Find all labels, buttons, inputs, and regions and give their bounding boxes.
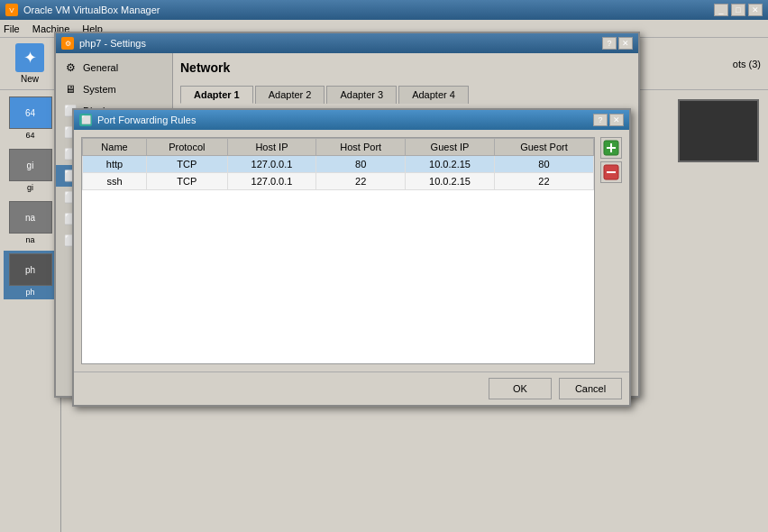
vm-thumbnail: na — [9, 201, 52, 234]
tab-adapter3[interactable]: Adapter 3 — [326, 86, 397, 104]
system-icon: 🖥 — [63, 82, 78, 96]
col-host-port: Host Port — [316, 139, 406, 156]
list-item[interactable]: 64 64 — [4, 94, 58, 142]
new-button[interactable]: ✦ New — [7, 41, 52, 87]
vm-thumbnail: 64 — [9, 96, 52, 129]
cell-protocol: TCP — [147, 173, 228, 190]
vm-item-label: na — [25, 235, 34, 244]
vbox-close-button[interactable]: ✕ — [748, 4, 763, 16]
pf-ok-button[interactable]: OK — [489, 378, 552, 399]
col-guest-port: Guest Port — [494, 139, 593, 156]
settings-help-button[interactable]: ? — [602, 37, 617, 50]
sidebar-label-system: System — [83, 84, 116, 95]
vbox-titlebar-left: V Oracle VM VirtualBox Manager — [5, 4, 160, 16]
general-icon: ⚙ — [63, 60, 78, 75]
vm-thumbnail: gi — [9, 149, 52, 181]
table-row[interactable]: httpTCP127.0.0.18010.0.2.1580 — [83, 156, 594, 173]
pf-remove-button[interactable] — [600, 161, 622, 183]
vbox-app-icon: V — [5, 4, 18, 16]
pf-table: Name Protocol Host IP Host Port Guest IP… — [82, 138, 594, 190]
cell-guest_port: 80 — [494, 156, 593, 173]
vbox-title: Oracle VM VirtualBox Manager — [23, 5, 160, 15]
pf-close-button[interactable]: ✕ — [609, 114, 624, 126]
pf-titlebar: ⬜ Port Forwarding Rules ? ✕ — [74, 110, 629, 130]
pf-dialog-title: Port Forwarding Rules — [97, 115, 196, 125]
tab-bar: Adapter 1 Adapter 2 Adapter 3 Adapter 4 — [180, 86, 631, 104]
cell-name: http — [83, 156, 147, 173]
col-guest-ip: Guest IP — [406, 139, 495, 156]
vbox-title-buttons: _ □ ✕ — [714, 4, 763, 16]
menu-file[interactable]: File — [4, 23, 20, 34]
pf-cancel-button[interactable]: Cancel — [559, 378, 622, 399]
vm-item-label: 64 — [25, 131, 34, 140]
cell-guest_ip: 10.0.2.15 — [406, 156, 495, 173]
snapshot-label: ots (3) — [733, 59, 761, 69]
pf-add-button[interactable] — [600, 137, 622, 159]
list-item[interactable]: gi gi — [4, 146, 58, 195]
vbox-maximize-button[interactable]: □ — [731, 4, 745, 16]
vbox-minimize-button[interactable]: _ — [714, 4, 728, 16]
list-item-selected[interactable]: ph ph — [4, 251, 58, 299]
settings-dialog-title: php7 - Settings — [79, 38, 146, 49]
remove-icon — [603, 164, 619, 180]
cell-guest_port: 22 — [494, 173, 593, 190]
settings-titlebar-left: ⚙ php7 - Settings — [61, 37, 146, 50]
pf-footer: OK Cancel — [74, 371, 629, 405]
new-icon: ✦ — [15, 43, 44, 72]
col-host-ip: Host IP — [227, 139, 316, 156]
pf-titlebar-left: ⬜ Port Forwarding Rules — [79, 114, 196, 126]
cell-name: ssh — [83, 173, 147, 190]
vm-list: 64 64 gi gi na na ph ph — [0, 90, 61, 532]
pf-title-buttons: ? ✕ — [593, 114, 624, 126]
cell-host_port: 80 — [316, 156, 406, 173]
col-name: Name — [83, 139, 147, 156]
sidebar-item-system[interactable]: 🖥 System — [56, 78, 172, 100]
settings-dialog-icon: ⚙ — [61, 37, 74, 50]
table-row[interactable]: sshTCP127.0.0.12210.0.2.1522 — [83, 173, 594, 190]
pf-table-scroll: Name Protocol Host IP Host Port Guest IP… — [82, 138, 594, 363]
pf-body: Name Protocol Host IP Host Port Guest IP… — [74, 130, 629, 371]
pf-table-container: Name Protocol Host IP Host Port Guest IP… — [81, 137, 595, 364]
vm-preview-screen — [678, 99, 759, 162]
sidebar-label-general: General — [83, 62, 118, 73]
vbox-titlebar: V Oracle VM VirtualBox Manager _ □ ✕ — [0, 0, 768, 20]
settings-close-button[interactable]: ✕ — [618, 37, 633, 50]
settings-section-title: Network — [180, 60, 631, 78]
pf-side-buttons — [600, 137, 622, 364]
vm-thumbnail: ph — [9, 253, 52, 286]
tab-adapter4[interactable]: Adapter 4 — [398, 86, 469, 104]
pf-dialog-icon: ⬜ — [79, 114, 92, 126]
col-protocol: Protocol — [147, 139, 228, 156]
cell-host_port: 22 — [316, 173, 406, 190]
tab-adapter1[interactable]: Adapter 1 — [180, 86, 253, 104]
pf-help-button[interactable]: ? — [593, 114, 608, 126]
settings-title-buttons: ? ✕ — [602, 37, 633, 50]
settings-titlebar: ⚙ php7 - Settings ? ✕ — [56, 33, 638, 53]
add-icon — [603, 140, 619, 156]
vm-item-label: ph — [25, 288, 34, 297]
sidebar-item-general[interactable]: ⚙ General — [56, 57, 172, 78]
cell-protocol: TCP — [147, 156, 228, 173]
port-forwarding-dialog: ⬜ Port Forwarding Rules ? ✕ Name Protoco… — [72, 108, 631, 407]
vm-item-label: gi — [27, 183, 33, 192]
new-label: New — [21, 74, 39, 84]
cell-guest_ip: 10.0.2.15 — [406, 173, 495, 190]
cell-host_ip: 127.0.0.1 — [227, 156, 316, 173]
list-item[interactable]: na na — [4, 198, 58, 247]
tab-adapter2[interactable]: Adapter 2 — [255, 86, 325, 104]
cell-host_ip: 127.0.0.1 — [227, 173, 316, 190]
